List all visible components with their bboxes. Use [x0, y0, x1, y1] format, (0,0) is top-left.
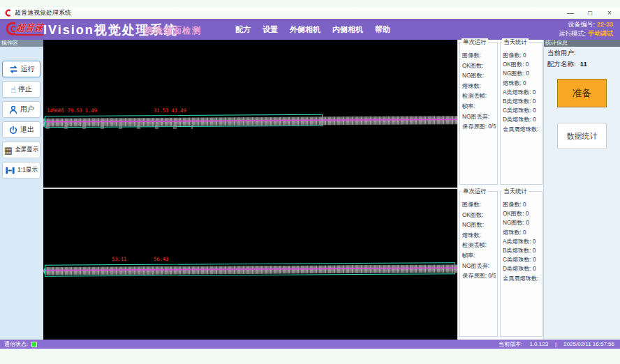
- daily-stats-groupbox: 当天统计 图像数: 0OK图数: 0NG图数: 0熔珠数: 0A类熔珠数: 0B…: [500, 191, 542, 337]
- stop-button-label: 停止: [18, 84, 32, 94]
- app-logo-icon: [4, 9, 12, 17]
- inner-camera-viewport[interactable]: 53.11 56.43: [43, 189, 457, 340]
- stat-row: 熔珠数: 0: [503, 228, 540, 237]
- current-user-label: 当前用户:: [547, 49, 576, 56]
- device-id-value: 22-33: [597, 21, 613, 28]
- run-button[interactable]: 运行: [2, 61, 40, 77]
- stat-row: C类熔珠数: 0: [503, 106, 540, 115]
- window-title: 超音速视觉处理系统: [15, 8, 71, 17]
- operation-sidebar: 操作区 运行 ☝ 停止 用户 退出 ▦ 全屏显示: [0, 40, 43, 340]
- viewport-column: 149685 79.53 1.49 31.53 41.49 53.11 56.4…: [43, 40, 457, 340]
- stat-row: 熔珠数:: [462, 82, 496, 92]
- measurement-annotation: 149685 79.53 1.49: [47, 107, 97, 114]
- stat-row: 帧率:: [462, 102, 496, 112]
- stat-row: A类熔珠数: 0: [503, 88, 540, 97]
- version-value: 1.0.123: [529, 341, 548, 347]
- menu-help[interactable]: 帮助: [375, 24, 390, 35]
- groupbox-title: 当天统计: [502, 38, 529, 47]
- fullscreen-button[interactable]: ▦ 全屏显示: [2, 142, 40, 158]
- menu-inner-camera[interactable]: 内侧相机: [332, 24, 363, 35]
- user-button[interactable]: 用户: [2, 101, 40, 118]
- status-separator: |: [555, 341, 556, 347]
- brand-logo: 超音速: [3, 20, 44, 37]
- stats-section-top: 单次运行 图像数:OK图数:NG图数:熔珠数:检测丢帧:帧率:NG图丢弃:保存原…: [458, 40, 544, 188]
- stat-row: B类熔珠数: 0: [503, 246, 540, 255]
- fullscreen-grid-icon: ▦: [4, 146, 13, 155]
- stat-row: 熔珠数:: [462, 231, 496, 241]
- stat-row: NG图数: 0: [503, 69, 540, 78]
- detection-roi-box: [45, 262, 455, 277]
- fullscreen-button-label: 全屏显示: [15, 146, 38, 154]
- window-titlebar: 超音速视觉处理系统 — □ ×: [0, 7, 620, 19]
- run-button-label: 运行: [21, 64, 35, 74]
- stat-row: 图像数: 0: [503, 200, 540, 209]
- stat-row: NG图丢弃:: [462, 261, 496, 272]
- recipe-name-value: 11: [580, 60, 587, 68]
- statistics-column: 单次运行 图像数:OK图数:NG图数:熔珠数:检测丢帧:帧率:NG图丢弃:保存原…: [457, 40, 543, 340]
- stat-row: 帧率:: [462, 251, 496, 261]
- datetime-value: 2025/02/11 16:57:56: [563, 341, 614, 347]
- measurement-annotation: 31.53 41.49: [154, 107, 186, 114]
- groupbox-title: 单次运行: [462, 188, 488, 196]
- stat-row: OK图数:: [462, 211, 496, 221]
- one-to-one-icon: [5, 165, 15, 176]
- measurement-annotation: 56.43: [154, 256, 168, 262]
- groupbox-title: 当天统计: [502, 188, 529, 196]
- app-subtitle: 熔珠端面检测: [145, 25, 201, 37]
- menu-settings[interactable]: 设置: [263, 24, 278, 35]
- brand-logo-text: 超音速: [15, 22, 45, 36]
- menu-recipe[interactable]: 配方: [235, 24, 251, 35]
- stat-row: NG图数: 0: [503, 218, 540, 227]
- stop-button[interactable]: ☝ 停止: [2, 81, 40, 98]
- stat-row: 图像数:: [462, 51, 496, 61]
- stat-row: B类熔珠数: 0: [503, 97, 540, 106]
- menu-outer-camera[interactable]: 外侧相机: [290, 24, 320, 35]
- app-header: 超音速 IVision视觉处理系统 熔珠端面检测 配方 设置 外侧相机 内侧相机…: [0, 19, 620, 40]
- run-cycle-icon: [8, 64, 19, 75]
- daily-stats-groupbox: 当天统计 图像数: 0OK图数: 0NG图数: 0熔珠数: 0A类熔珠数: 0B…: [500, 42, 542, 185]
- recipe-name-label: 配方名称:: [547, 60, 576, 68]
- stat-row: 保存原图: 0/500: [462, 271, 496, 282]
- exit-button-label: 退出: [20, 125, 34, 135]
- groupbox-title: 单次运行: [462, 38, 488, 47]
- single-run-groupbox: 单次运行 图像数:OK图数:NG图数:熔珠数:检测丢帧:帧率:NG图丢弃:保存原…: [459, 191, 498, 337]
- minimize-button[interactable]: —: [566, 9, 575, 17]
- menu-bar: 配方 设置 外侧相机 内侧相机 帮助: [235, 19, 390, 40]
- power-icon: [8, 125, 18, 135]
- stat-row: D类熔珠数: 0: [503, 115, 540, 124]
- one-to-one-button[interactable]: 1:1显示: [2, 162, 40, 179]
- strip-perforations: [46, 125, 193, 129]
- measurement-annotation: 53.11: [112, 256, 126, 262]
- device-id-label: 设备编号:: [568, 21, 595, 28]
- stat-row: NG图丢弃:: [462, 112, 496, 123]
- single-run-groupbox: 单次运行 图像数:OK图数:NG图数:熔珠数:检测丢帧:帧率:NG图丢弃:保存原…: [459, 42, 498, 185]
- info-panel: 统计信息 当前用户: 配方名称:11 准备 数据统计: [543, 40, 620, 340]
- stats-section-bottom: 单次运行 图像数:OK图数:NG图数:熔珠数:检测丢帧:帧率:NG图丢弃:保存原…: [458, 189, 544, 340]
- exit-button[interactable]: 退出: [2, 121, 40, 138]
- stat-row: D类熔珠数: 0: [503, 264, 540, 273]
- stat-row: OK图数:: [462, 61, 496, 72]
- stat-row: OK图数: 0: [503, 60, 540, 69]
- status-bar: 通信状态: 当前版本: 1.0.123 | 2025/02/11 16:57:5…: [0, 340, 620, 349]
- stat-row: 熔珠数: 0: [503, 79, 540, 88]
- stat-row: 保存原图: 0/500: [462, 122, 496, 132]
- comm-status-label: 通信状态:: [4, 340, 28, 348]
- run-mode-label: 运行模式:: [559, 30, 586, 37]
- maximize-button[interactable]: □: [585, 9, 595, 17]
- stat-row: NG图数:: [462, 220, 496, 231]
- outer-camera-viewport[interactable]: 149685 79.53 1.49 31.53 41.49: [43, 40, 457, 188]
- stat-row: 金属屑熔珠数: 0: [503, 274, 540, 283]
- close-button[interactable]: ×: [605, 9, 614, 17]
- stat-row: A类熔珠数: 0: [503, 237, 540, 246]
- prepare-button[interactable]: 准备: [557, 79, 607, 107]
- stat-row: 检测丢帧:: [462, 91, 496, 102]
- version-label: 当前版本:: [499, 340, 522, 348]
- run-mode-value: 手动调试: [588, 30, 613, 37]
- stat-row: NG图数:: [462, 71, 496, 82]
- stat-row: 图像数: 0: [503, 51, 540, 60]
- data-statistics-button[interactable]: 数据统计: [557, 123, 607, 149]
- stat-row: 金属屑熔珠数: 0: [503, 125, 540, 134]
- info-panel-header: 统计信息: [544, 40, 620, 47]
- stat-row: 图像数:: [462, 200, 496, 211]
- header-info: 设备编号:22-33 运行模式:手动调试: [559, 20, 613, 38]
